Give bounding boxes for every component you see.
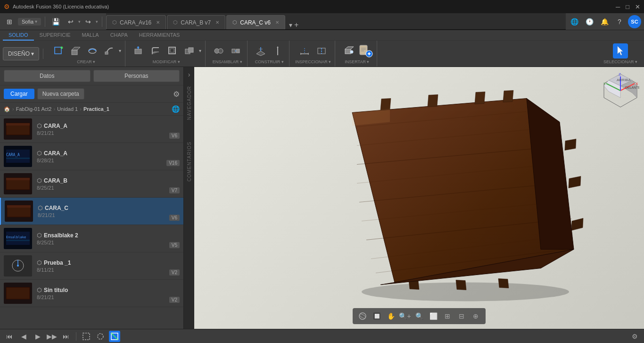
next-frame-button[interactable]: ▶▶ — [46, 331, 58, 342]
redo-button[interactable]: ↪ — [82, 15, 95, 28]
grid-button[interactable]: ⊞ — [441, 310, 454, 322]
crear-more-icon[interactable]: ▾ — [119, 48, 121, 53]
select-active-button[interactable] — [109, 331, 120, 342]
help-icon[interactable]: ? — [613, 15, 626, 28]
file-item-ensalblake[interactable]: Ensalblake ⬡ Ensalblake 2 8/25/21 V5 — [0, 225, 183, 252]
file-version-3[interactable]: V6 — [169, 215, 180, 221]
new-sketch-button[interactable] — [51, 43, 66, 59]
file-version-4[interactable]: V5 — [169, 242, 180, 248]
shell-button[interactable] — [165, 43, 180, 59]
maximize-button[interactable]: □ — [626, 3, 629, 10]
tab-chapa[interactable]: CHAPA — [105, 30, 133, 41]
construir-icons — [253, 43, 285, 59]
file-version-2[interactable]: V7 — [169, 187, 180, 193]
play-button[interactable]: ▶ — [32, 331, 43, 342]
side-nav: › NAVEGADOR COMENTARIOS — [184, 67, 194, 329]
first-frame-button[interactable]: ⏮ — [4, 331, 15, 342]
tab-close-3[interactable]: ✕ — [275, 20, 279, 25]
zoom-in-button[interactable]: 🔍+ — [399, 310, 411, 322]
file-date-1: 8/28/21 — [37, 158, 180, 163]
file-item-cara-a-1[interactable]: ⬡ CARA_A 8/21/21 V6 — [0, 116, 183, 143]
sweep-button[interactable] — [102, 43, 117, 59]
file-version-1[interactable]: V16 — [166, 160, 180, 166]
insert-svg-button[interactable] — [358, 43, 373, 59]
redo-dropdown-icon[interactable]: ▾ — [96, 19, 98, 24]
push-pull-button[interactable] — [131, 43, 146, 59]
toolbar-sep-1 — [45, 17, 45, 27]
undo-button[interactable]: ↩ — [64, 15, 77, 28]
tab-solido[interactable]: SOLIDO — [3, 30, 34, 41]
joint-button[interactable] — [211, 43, 226, 59]
tab-cara-av16[interactable]: ⬡ CARA_Av16 ✕ — [106, 15, 166, 29]
combine-button[interactable] — [182, 43, 197, 59]
file-item-cara-c[interactable]: ⬡ CARA_C 8/21/21 V6 — [0, 198, 183, 225]
section-button[interactable] — [314, 43, 329, 59]
file-item-cara-a-2[interactable]: CARA_A ⬡ CARA_A 8/28/21 V16 — [0, 143, 183, 170]
prev-frame-button[interactable]: ◀ — [18, 331, 29, 342]
design-dropdown-button[interactable]: DISEÑO ▾ — [3, 47, 39, 60]
settings-gear-button[interactable]: ⚙ — [629, 331, 640, 342]
datos-tab-button[interactable]: Datos — [4, 70, 91, 82]
user-profile-button[interactable]: Sofia ▾ — [18, 18, 41, 25]
settings-icon[interactable]: ⚙ — [173, 90, 180, 99]
upload-button[interactable]: Cargar — [4, 89, 34, 99]
save-button[interactable]: 💾 — [49, 15, 62, 28]
viewport[interactable]: X Y Z ARRIBA DELANTE — [194, 67, 644, 329]
tab-malla[interactable]: MALLA — [76, 30, 105, 41]
orbit-button[interactable] — [356, 310, 369, 322]
user-avatar[interactable]: SC — [628, 15, 641, 28]
select-paint-button[interactable] — [95, 331, 106, 342]
select-region-button[interactable] — [81, 331, 92, 342]
pan-button[interactable]: ✋ — [385, 310, 397, 322]
modificar-more-icon[interactable]: ▾ — [199, 48, 201, 53]
view-cube[interactable]: X Y Z ARRIBA DELANTE — [602, 72, 639, 109]
tab-close-2[interactable]: ✕ — [215, 20, 219, 25]
axis-button[interactable] — [270, 43, 285, 59]
navegador-label[interactable]: NAVEGADOR — [187, 86, 192, 120]
personas-tab-button[interactable]: Personas — [93, 70, 180, 82]
notifications-icon[interactable]: 🔔 — [598, 15, 611, 28]
zoom-fit-button[interactable]: 🔍 — [413, 310, 425, 322]
comentarios-label[interactable]: COMENTARIOS — [187, 142, 192, 182]
view-mode-button[interactable]: ⬜ — [427, 310, 439, 322]
file-item-sin-titulo[interactable]: ⬡ Sin titulo 8/21/21 V2 — [0, 280, 183, 307]
display-settings-button[interactable]: ⊟ — [455, 310, 468, 322]
new-tab-button[interactable]: + — [294, 21, 298, 29]
tab-close-1[interactable]: ✕ — [156, 20, 160, 25]
revolve-button[interactable] — [85, 43, 100, 59]
tab-cara-bv7[interactable]: ⬡ CARA_B v7 ✕ — [167, 15, 225, 29]
side-nav-arrow[interactable]: › — [188, 71, 190, 78]
file-item-prueba[interactable]: ⬡ Prueba _1 8/11/21 V2 — [0, 252, 183, 280]
breadcrumb-globe-icon[interactable]: 🌐 — [172, 105, 180, 113]
undo-dropdown-icon[interactable]: ▾ — [78, 19, 81, 24]
tab-cara-cv6[interactable]: ⬡ CARA_C v6 ✕ — [226, 15, 285, 29]
insert-mesh-button[interactable] — [341, 43, 356, 59]
tabs-dropdown-button[interactable]: ▾ — [289, 21, 292, 29]
select-button[interactable] — [613, 43, 628, 59]
online-status-icon[interactable]: 🌐 — [568, 15, 581, 28]
extrude-button[interactable] — [68, 43, 83, 59]
apps-grid-button[interactable]: ⊞ — [3, 15, 16, 28]
more-button[interactable]: ⊕ — [470, 310, 482, 322]
plane-button[interactable] — [253, 43, 268, 59]
tab-herramientas[interactable]: HERRAMIENTAS — [133, 30, 186, 41]
new-folder-button[interactable]: Nueva carpeta — [37, 88, 84, 100]
measure-button[interactable] — [297, 43, 312, 59]
file-version-6[interactable]: V2 — [169, 297, 180, 303]
pan-snap-button[interactable]: 🔲 — [371, 310, 383, 322]
close-button[interactable]: ✕ — [635, 3, 640, 10]
tab-superficie[interactable]: SUPERFICIE — [34, 30, 76, 41]
minimize-button[interactable]: ─ — [616, 3, 620, 10]
breadcrumb-fabdig[interactable]: FabDig-01 Act2 — [16, 106, 52, 112]
fillet-button[interactable] — [148, 43, 163, 59]
breadcrumb-unidad[interactable]: Unidad 1 — [57, 106, 78, 112]
last-frame-button[interactable]: ⏭ — [60, 331, 72, 342]
file-thumb-6 — [4, 283, 32, 304]
crear-label: CREAR ▾ — [77, 59, 95, 64]
breadcrumb-home-icon[interactable]: 🏠 — [4, 106, 10, 112]
file-item-cara-b[interactable]: ⬡ CARA_B 8/25/21 V7 — [0, 170, 183, 198]
history-icon[interactable]: 🕐 — [583, 15, 596, 28]
file-version-0[interactable]: V6 — [169, 133, 180, 139]
file-version-5[interactable]: V2 — [169, 269, 180, 276]
motion-button[interactable] — [228, 43, 243, 59]
